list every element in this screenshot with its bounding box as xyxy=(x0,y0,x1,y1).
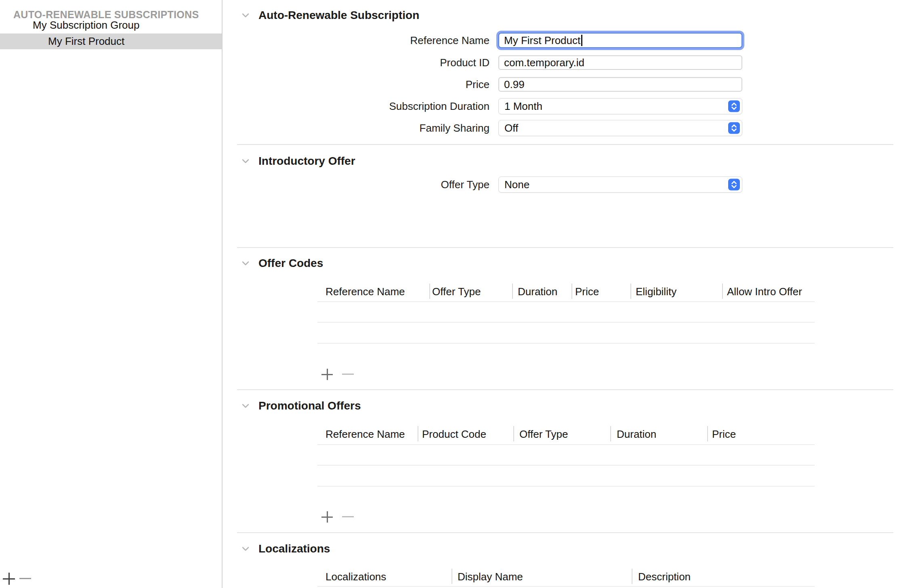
table-row-separator xyxy=(317,465,815,466)
disclosure-chevron-icon[interactable] xyxy=(240,401,251,411)
subscription-duration-value: 1 Month xyxy=(504,100,542,113)
disclosure-chevron-icon[interactable] xyxy=(240,544,251,554)
offer-codes-add-button[interactable] xyxy=(321,368,334,381)
disclosure-chevron-icon[interactable] xyxy=(240,258,251,269)
section-divider xyxy=(237,532,893,533)
offer-codes-col-eligibility: Eligibility xyxy=(636,285,676,298)
column-separator xyxy=(512,284,513,299)
offer-type-label: Offer Type xyxy=(223,178,489,191)
section-title-introductory-offer: Introductory Offer xyxy=(258,154,355,168)
section-title-offer-codes: Offer Codes xyxy=(258,256,323,270)
family-sharing-label: Family Sharing xyxy=(223,122,489,134)
section-title-localizations: Localizations xyxy=(258,542,330,556)
offer-type-value: None xyxy=(504,178,529,191)
column-separator xyxy=(513,426,514,441)
offer-codes-col-duration: Duration xyxy=(518,285,557,298)
popup-stepper-icon xyxy=(728,101,740,112)
column-separator xyxy=(722,284,723,299)
plus-icon xyxy=(327,511,328,523)
sidebar-item-first-product[interactable]: My First Product xyxy=(0,34,222,49)
family-sharing-select[interactable]: Off xyxy=(498,120,742,136)
subscription-duration-label: Subscription Duration xyxy=(223,100,489,113)
offer-codes-remove-button[interactable] xyxy=(342,374,354,375)
table-row-separator xyxy=(317,444,815,445)
popup-stepper-icon xyxy=(728,179,740,191)
price-value: 0.99 xyxy=(504,78,525,91)
column-separator xyxy=(707,426,708,441)
table-row-separator xyxy=(317,586,815,587)
price-label: Price xyxy=(223,78,489,91)
loc-col-display-name: Display Name xyxy=(458,570,523,583)
column-separator xyxy=(418,426,418,441)
subscription-duration-select[interactable]: 1 Month xyxy=(498,98,742,114)
promo-add-button[interactable] xyxy=(321,510,334,523)
column-separator xyxy=(571,284,572,299)
table-row-separator xyxy=(317,343,815,344)
column-separator xyxy=(429,284,430,299)
loc-col-description: Description xyxy=(638,570,691,583)
family-sharing-value: Off xyxy=(504,122,518,134)
sidebar-item-first-product-label: My First Product xyxy=(48,34,124,49)
product-id-input[interactable]: com.temporary.id xyxy=(498,55,742,70)
storekit-config-window: AUTO-RENEWABLE SUBSCRIPTIONS My Subscrip… xyxy=(0,0,899,588)
column-separator xyxy=(610,426,611,441)
promo-remove-button[interactable] xyxy=(342,516,354,517)
promo-col-duration: Duration xyxy=(617,428,656,441)
reference-name-input[interactable]: My First Product xyxy=(498,33,742,48)
plus-icon xyxy=(327,369,328,380)
reference-name-label: Reference Name xyxy=(223,34,489,47)
popup-stepper-icon xyxy=(728,122,740,134)
column-separator xyxy=(452,569,452,584)
sidebar-add-button[interactable] xyxy=(2,572,16,586)
section-divider xyxy=(237,247,893,248)
offer-codes-col-allow-intro-offer: Allow Intro Offer xyxy=(727,285,802,298)
sidebar-remove-button[interactable] xyxy=(19,578,31,579)
offer-codes-col-reference-name: Reference Name xyxy=(326,285,405,298)
promo-col-reference-name: Reference Name xyxy=(326,428,405,441)
product-id-value: com.temporary.id xyxy=(504,57,584,69)
sidebar-item-subscription-group[interactable]: My Subscription Group xyxy=(33,17,139,33)
column-separator xyxy=(630,284,631,299)
offer-codes-col-price: Price xyxy=(575,285,599,298)
loc-col-localizations: Localizations xyxy=(326,570,386,583)
section-title-subscription: Auto-Renewable Subscription xyxy=(258,8,419,22)
text-caret xyxy=(581,35,582,46)
table-row-separator xyxy=(317,486,815,487)
sidebar: AUTO-RENEWABLE SUBSCRIPTIONS My Subscrip… xyxy=(0,0,223,588)
promo-col-product-code: Product Code xyxy=(422,428,486,441)
table-row-separator xyxy=(317,301,815,302)
promo-col-price: Price xyxy=(712,428,736,441)
column-separator xyxy=(632,569,632,584)
table-row-separator xyxy=(317,322,815,323)
section-title-promotional-offers: Promotional Offers xyxy=(258,399,361,413)
offer-codes-col-offer-type: Offer Type xyxy=(432,285,481,298)
section-divider xyxy=(237,144,893,145)
plus-icon xyxy=(8,573,10,585)
reference-name-value: My First Product xyxy=(504,34,580,47)
product-id-label: Product ID xyxy=(223,56,489,69)
section-divider xyxy=(237,389,893,390)
promo-col-offer-type: Offer Type xyxy=(519,428,568,441)
price-input[interactable]: 0.99 xyxy=(498,77,742,92)
disclosure-chevron-icon[interactable] xyxy=(240,10,251,21)
disclosure-chevron-icon[interactable] xyxy=(240,156,251,166)
offer-type-select[interactable]: None xyxy=(498,176,742,193)
